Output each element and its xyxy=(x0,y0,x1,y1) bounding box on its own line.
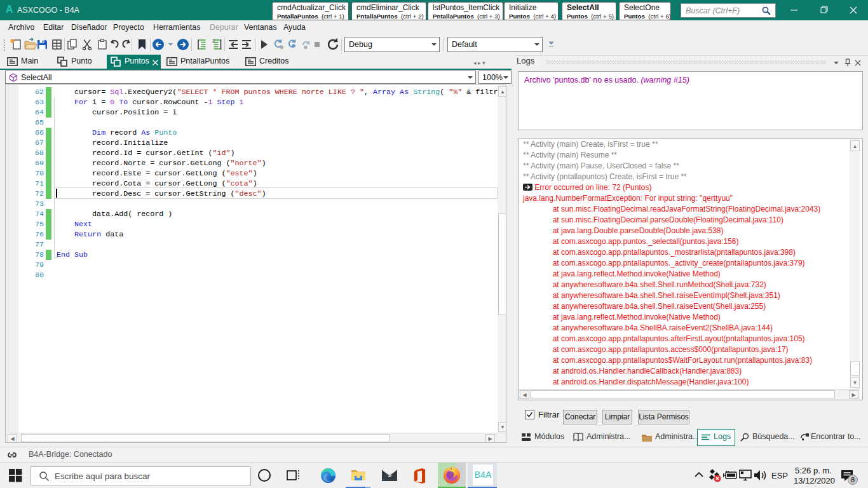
svg-text:2: 2 xyxy=(212,38,215,44)
